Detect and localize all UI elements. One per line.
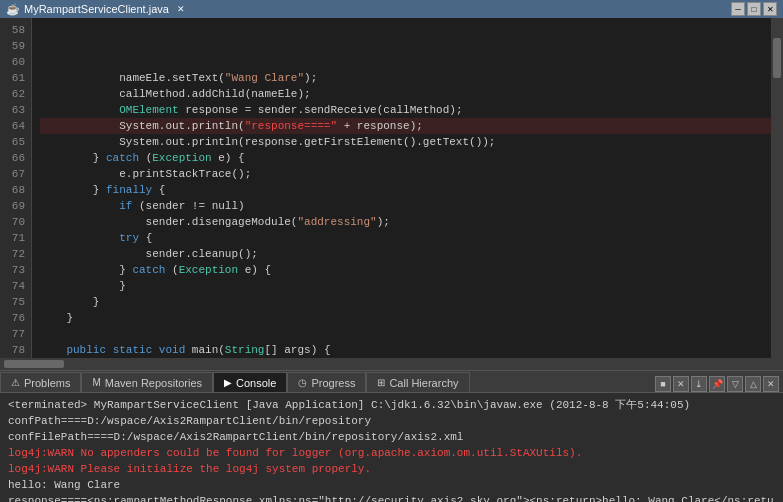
bottom-toolbar: ■ ✕ ⤓ 📌 ▽ △ ✕	[470, 376, 784, 392]
line-number: 72	[6, 246, 25, 262]
line-number: 61	[6, 70, 25, 86]
code-line: OMElement response = sender.sendReceive(…	[40, 102, 775, 118]
callhierarchy-tab-icon: ⊞	[377, 377, 385, 388]
line-number: 65	[6, 134, 25, 150]
code-line: sender.cleanup();	[40, 246, 775, 262]
maximize-panel-button[interactable]: △	[745, 376, 761, 392]
bottom-panel: ⚠ProblemsMMaven Repositories▶Console◷Pro…	[0, 370, 783, 502]
v-scrollbar-thumb[interactable]	[773, 38, 781, 78]
close-panel-button[interactable]: ✕	[763, 376, 779, 392]
console-line: hello: Wang Clare	[8, 477, 775, 493]
tab-problems[interactable]: ⚠Problems	[0, 372, 81, 392]
vertical-scrollbar[interactable]	[771, 18, 783, 358]
maven-tab-label: Maven Repositories	[105, 377, 202, 389]
close-button[interactable]: ✕	[763, 2, 777, 16]
console-header: <terminated> MyRampartServiceClient [Jav…	[8, 397, 775, 413]
line-number: 66	[6, 150, 25, 166]
code-line: e.printStackTrace();	[40, 166, 775, 182]
console-line: confPath====D:/wspace/Axis2RampartClient…	[8, 413, 775, 429]
file-icon: ☕	[6, 3, 20, 16]
code-line: }	[40, 294, 775, 310]
code-line: }	[40, 310, 775, 326]
line-number: 64	[6, 118, 25, 134]
code-line: }	[40, 278, 775, 294]
problems-tab-icon: ⚠	[11, 377, 20, 388]
line-number: 59	[6, 38, 25, 54]
h-scrollbar-thumb[interactable]	[4, 360, 64, 368]
code-line: public static void main(String[] args) {	[40, 342, 775, 358]
code-line: sender.disengageModule("addressing");	[40, 214, 775, 230]
tab-maven[interactable]: MMaven Repositories	[81, 372, 213, 392]
code-line: } catch (Exception e) {	[40, 150, 775, 166]
code-line	[40, 326, 775, 342]
code-content[interactable]: nameEle.setText("Wang Clare"); callMetho…	[32, 18, 783, 358]
maven-tab-icon: M	[92, 377, 100, 388]
console-tab-icon: ▶	[224, 377, 232, 388]
code-line: nameEle.setText("Wang Clare");	[40, 70, 775, 86]
progress-tab-label: Progress	[311, 377, 355, 389]
problems-tab-label: Problems	[24, 377, 70, 389]
clear-button[interactable]: ✕	[673, 376, 689, 392]
line-number: 71	[6, 230, 25, 246]
horizontal-scrollbar[interactable]	[0, 358, 783, 370]
line-number: 68	[6, 182, 25, 198]
code-line: System.out.println(response.getFirstElem…	[40, 134, 775, 150]
console-tab-label: Console	[236, 377, 276, 389]
progress-tab-icon: ◷	[298, 377, 307, 388]
tab-callhierarchy[interactable]: ⊞Call Hierarchy	[366, 372, 469, 392]
code-line: if (sender != null)	[40, 198, 775, 214]
console-line: log4j:WARN No appenders could be found f…	[8, 445, 775, 461]
scroll-lock-button[interactable]: ⤓	[691, 376, 707, 392]
line-number: 78	[6, 342, 25, 358]
bottom-tabs: ⚠ProblemsMMaven Repositories▶Console◷Pro…	[0, 371, 783, 393]
line-number: 76	[6, 310, 25, 326]
line-number: 75	[6, 294, 25, 310]
minimize-button[interactable]: ─	[731, 2, 745, 16]
line-number: 74	[6, 278, 25, 294]
console-content: <terminated> MyRampartServiceClient [Jav…	[0, 393, 783, 502]
code-line: System.out.println("response====" + resp…	[40, 118, 775, 134]
stop-button[interactable]: ■	[655, 376, 671, 392]
title-bar: ☕ MyRampartServiceClient.java ✕ ─ □ ✕	[0, 0, 783, 18]
code-line: } catch (Exception e) {	[40, 262, 775, 278]
close-icon[interactable]: ✕	[177, 4, 185, 14]
line-number: 67	[6, 166, 25, 182]
line-number: 77	[6, 326, 25, 342]
tab-label[interactable]: MyRampartServiceClient.java	[24, 3, 169, 15]
pin-button[interactable]: 📌	[709, 376, 725, 392]
console-line: log4j:WARN Please initialize the log4j s…	[8, 461, 775, 477]
tab-progress[interactable]: ◷Progress	[287, 372, 366, 392]
title-bar-left: ☕ MyRampartServiceClient.java ✕	[6, 3, 185, 16]
line-number: 63	[6, 102, 25, 118]
console-line: confFilePath====D:/wspace/Axis2RampartCl…	[8, 429, 775, 445]
editor-area: 5859606162636465666768697071727374757677…	[0, 18, 783, 358]
window-controls: ─ □ ✕	[731, 2, 777, 16]
console-line: response====<ns:rampartMethodResponse xm…	[8, 493, 775, 502]
callhierarchy-tab-label: Call Hierarchy	[389, 377, 458, 389]
line-number: 70	[6, 214, 25, 230]
code-line: try {	[40, 230, 775, 246]
code-line: callMethod.addChild(nameEle);	[40, 86, 775, 102]
line-number: 58	[6, 22, 25, 38]
line-number: 60	[6, 54, 25, 70]
line-numbers: 5859606162636465666768697071727374757677…	[0, 18, 32, 358]
maximize-button[interactable]: □	[747, 2, 761, 16]
minimize-panel-button[interactable]: ▽	[727, 376, 743, 392]
code-line: } finally {	[40, 182, 775, 198]
line-number: 62	[6, 86, 25, 102]
tab-console[interactable]: ▶Console	[213, 372, 287, 392]
line-number: 69	[6, 198, 25, 214]
line-number: 73	[6, 262, 25, 278]
